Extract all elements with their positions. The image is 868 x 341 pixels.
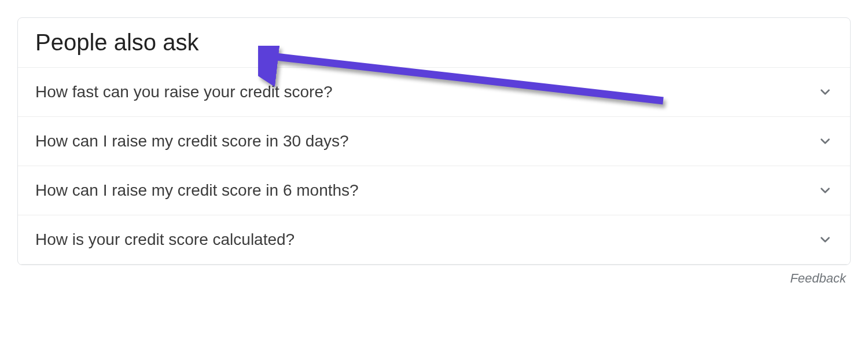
paa-title: People also ask: [35, 30, 833, 56]
chevron-down-icon: [818, 232, 833, 247]
chevron-down-icon: [818, 85, 833, 100]
paa-header: People also ask: [18, 18, 850, 68]
paa-question-row[interactable]: How is your credit score calculated?: [18, 215, 850, 265]
paa-question-row[interactable]: How can I raise my credit score in 30 da…: [18, 117, 850, 166]
chevron-down-icon: [818, 134, 833, 149]
paa-question-text: How can I raise my credit score in 6 mon…: [35, 181, 359, 200]
feedback-link[interactable]: Feedback: [790, 271, 846, 285]
paa-question-row[interactable]: How can I raise my credit score in 6 mon…: [18, 166, 850, 215]
paa-question-text: How can I raise my credit score in 30 da…: [35, 132, 349, 151]
paa-question-text: How is your credit score calculated?: [35, 230, 295, 249]
feedback-container: Feedback: [17, 265, 851, 286]
paa-question-text: How fast can you raise your credit score…: [35, 83, 333, 101]
chevron-down-icon: [818, 183, 833, 198]
people-also-ask-box: People also ask How fast can you raise y…: [17, 17, 851, 265]
paa-question-row[interactable]: How fast can you raise your credit score…: [18, 68, 850, 117]
